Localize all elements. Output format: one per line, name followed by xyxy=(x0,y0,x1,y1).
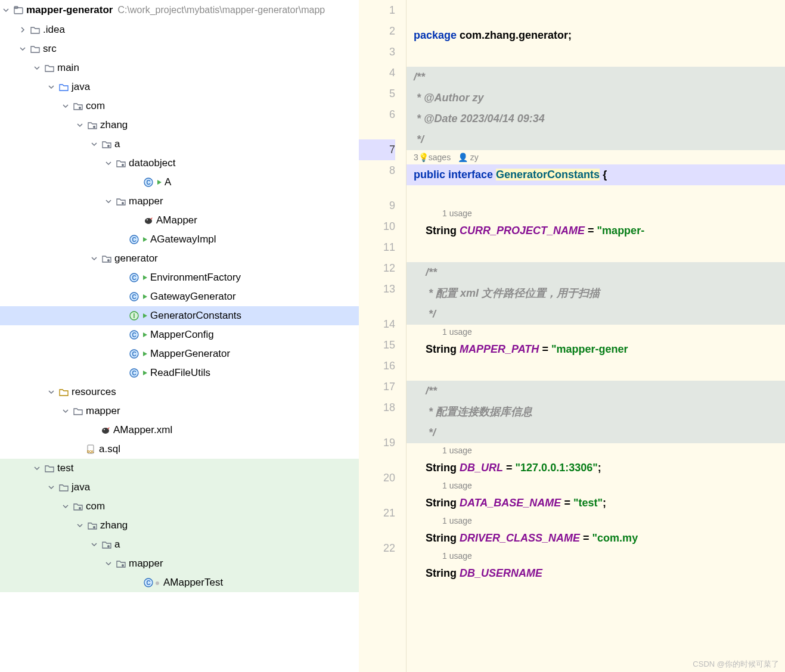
code-line[interactable]: String DB_USERNAME xyxy=(407,563,785,584)
chevron-down-icon[interactable] xyxy=(74,122,86,129)
chevron-down-icon[interactable] xyxy=(103,560,114,567)
gutter-line-number: 1 xyxy=(359,0,395,21)
chevron-down-icon[interactable] xyxy=(31,64,43,71)
tree-root-name: mapper-generator xyxy=(25,4,113,16)
code-line[interactable]: public interface GeneratorConstants { xyxy=(407,164,785,185)
chevron-down-icon[interactable] xyxy=(88,541,100,548)
code-line[interactable] xyxy=(407,241,785,262)
chevron-down-icon[interactable] xyxy=(45,83,57,91)
code-line[interactable]: * @Date 2023/04/14 09:34 xyxy=(407,108,785,129)
chevron-down-icon[interactable] xyxy=(60,102,72,110)
chevron-down-icon xyxy=(0,7,12,14)
code-line[interactable]: /** xyxy=(407,67,785,88)
tree-item[interactable]: AMapper.xml xyxy=(0,421,359,440)
inlay-hint[interactable]: 1 usage xyxy=(407,206,785,220)
tree-item-label: .idea xyxy=(42,24,65,36)
code-line[interactable]: /** xyxy=(407,262,785,283)
tree-root-row[interactable]: mapper-generator C:\work_project\mybatis… xyxy=(0,0,359,20)
tree-item[interactable]: a xyxy=(0,135,359,154)
tree-item[interactable]: SQLa.sql xyxy=(0,440,359,459)
tree-item[interactable]: main xyxy=(0,58,359,77)
package-icon xyxy=(100,139,113,150)
code-line[interactable]: */ xyxy=(407,304,785,325)
code-line[interactable]: * 配置 xml 文件路径位置，用于扫描 xyxy=(407,283,785,304)
tree-item[interactable]: java xyxy=(0,478,359,497)
chevron-down-icon[interactable] xyxy=(88,141,100,148)
chevron-down-icon[interactable] xyxy=(74,522,86,529)
chevron-down-icon[interactable] xyxy=(60,407,72,415)
package-icon xyxy=(86,120,99,130)
tree-item[interactable]: resources xyxy=(0,382,359,402)
code-line[interactable]: String DB_URL = "127.0.0.1:3306"; xyxy=(407,458,785,478)
gutter-line-number: 20 xyxy=(359,468,395,489)
tree-item[interactable]: CGatewayGenerator xyxy=(0,287,359,306)
tree-item[interactable]: CAGatewayImpl xyxy=(0,230,359,249)
tree-item[interactable]: zhang xyxy=(0,116,359,135)
code-line[interactable] xyxy=(407,360,785,381)
tree-item[interactable]: CReadFileUtils xyxy=(0,363,359,382)
code-line[interactable]: String MAPPER_PATH = "mapper-gener xyxy=(407,339,785,360)
svg-point-10 xyxy=(147,219,148,220)
inlay-hint[interactable]: 3💡sages 👤 zy xyxy=(407,150,785,164)
tree-item[interactable]: CA xyxy=(0,173,359,192)
code-line[interactable] xyxy=(407,46,785,67)
svg-point-4 xyxy=(107,145,110,147)
chevron-down-icon[interactable] xyxy=(60,503,72,510)
inlay-hint[interactable]: 1 usage xyxy=(407,443,785,458)
svg-point-27 xyxy=(104,429,105,430)
tree-item[interactable]: CMapperGenerator xyxy=(0,344,359,363)
gutter-line-number: 21 xyxy=(359,503,395,524)
tree-item[interactable]: mapper xyxy=(0,554,359,573)
chevron-down-icon[interactable] xyxy=(17,45,29,52)
svg-point-2 xyxy=(79,107,81,109)
code-line[interactable]: String DATA_BASE_NAME = "test"; xyxy=(407,493,785,514)
code-line[interactable]: */ xyxy=(407,129,785,150)
tree-item[interactable]: com xyxy=(0,97,359,116)
chevron-down-icon[interactable] xyxy=(45,484,57,491)
code-line[interactable] xyxy=(407,185,785,206)
code-line[interactable]: String CURR_PROJECT_NAME = "mapper- xyxy=(407,220,785,241)
tree-item[interactable]: zhang xyxy=(0,516,359,535)
tree-item[interactable]: CEnvironmentFactory xyxy=(0,268,359,287)
code-line[interactable]: /** xyxy=(407,381,785,402)
code-line[interactable]: * @Author zy xyxy=(407,88,785,108)
tree-item[interactable]: src xyxy=(0,39,359,58)
editor-code-area[interactable]: package com.zhang.generator;/** * @Autho… xyxy=(407,0,785,672)
tree-item[interactable]: java xyxy=(0,77,359,97)
code-editor[interactable]: 123456 78 910111213 1415161718 19 20 21 … xyxy=(359,0,785,672)
tree-item[interactable]: AMapper xyxy=(0,211,359,230)
chevron-down-icon[interactable] xyxy=(103,198,114,205)
code-line[interactable]: package com.zhang.generator; xyxy=(407,25,785,46)
folder-icon xyxy=(43,463,56,474)
inlay-hint[interactable]: 1 usage xyxy=(407,325,785,339)
tree-item[interactable]: mapper xyxy=(0,402,359,421)
tree-item[interactable]: .idea xyxy=(0,20,359,39)
inlay-hint[interactable]: 1 usage xyxy=(407,514,785,528)
svg-point-31 xyxy=(93,526,95,528)
project-tree[interactable]: mapper-generator C:\work_project\mybatis… xyxy=(0,0,359,672)
tree-item[interactable]: com xyxy=(0,497,359,516)
chevron-down-icon[interactable] xyxy=(31,465,43,472)
code-line[interactable]: String DRIVER_CLASS_NAME = "com.my xyxy=(407,528,785,549)
tree-item[interactable]: a xyxy=(0,535,359,554)
class-icon: C xyxy=(142,577,155,588)
folder-icon xyxy=(29,43,42,54)
tree-item-label: mapper xyxy=(85,405,120,417)
chevron-down-icon[interactable] xyxy=(45,388,57,396)
run-marker-icon xyxy=(142,272,148,284)
code-line[interactable]: */ xyxy=(407,422,785,443)
inlay-hint[interactable]: 1 usage xyxy=(407,549,785,563)
tree-item[interactable]: generator xyxy=(0,249,359,268)
tree-item[interactable]: IGeneratorConstants xyxy=(0,306,359,325)
chevron-down-icon[interactable] xyxy=(88,255,100,262)
chevron-right-icon[interactable] xyxy=(17,26,29,33)
bulb-icon[interactable]: 💡 xyxy=(418,153,429,162)
tree-item[interactable]: dataobject xyxy=(0,154,359,173)
chevron-down-icon[interactable] xyxy=(103,160,114,167)
tree-item[interactable]: test xyxy=(0,459,359,478)
code-line[interactable]: * 配置连接数据库信息 xyxy=(407,402,785,422)
inlay-hint[interactable]: 1 usage xyxy=(407,478,785,493)
tree-item[interactable]: CAMapperTest xyxy=(0,573,359,592)
tree-item[interactable]: CMapperConfig xyxy=(0,325,359,344)
tree-item[interactable]: mapper xyxy=(0,192,359,211)
